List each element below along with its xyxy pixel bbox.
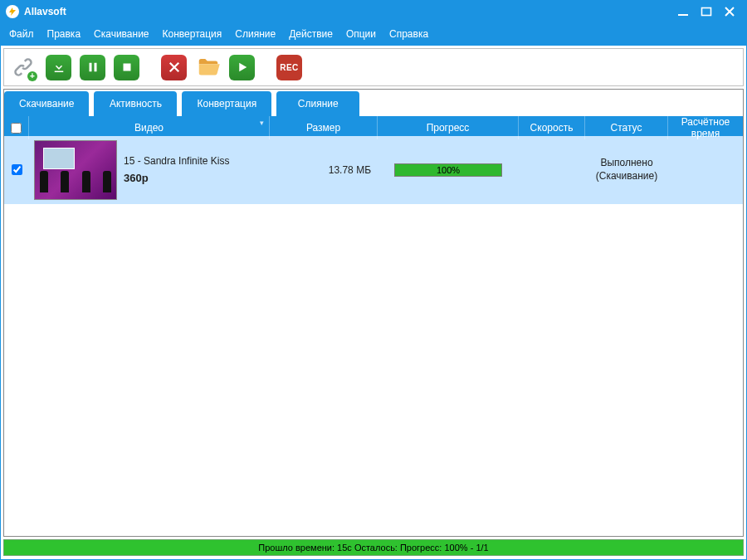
svg-rect-4: [123, 64, 130, 71]
menu-options[interactable]: Опции: [346, 28, 376, 40]
column-headers: Видео▾ Размер Прогресс Скорость Статус Р…: [4, 116, 743, 136]
menu-edit[interactable]: Правка: [47, 28, 81, 40]
maximize-button[interactable]: [695, 3, 718, 20]
menubar: Файл Правка Скачивание Конвертация Слиян…: [1, 22, 746, 46]
titlebar: Allavsoft: [1, 1, 746, 22]
menu-help[interactable]: Справка: [389, 28, 428, 40]
close-button[interactable]: [718, 3, 741, 20]
app-window: Allavsoft Файл Правка Скачивание Конверт…: [0, 0, 747, 560]
record-button[interactable]: REC: [276, 55, 302, 80]
app-title: Allavsoft: [24, 6, 66, 17]
row-status-cell: Выполнено (Скачивание): [585, 136, 668, 203]
content-area: Скачивание Активность Конвертация Слияни…: [3, 89, 744, 537]
progress-text: 100%: [395, 164, 501, 176]
tab-convert[interactable]: Конвертация: [182, 91, 271, 116]
menu-action[interactable]: Действие: [289, 28, 333, 40]
toolbar: + REC: [3, 48, 744, 86]
minimize-button[interactable]: [671, 3, 695, 20]
col-eta[interactable]: Расчётное время: [668, 116, 743, 139]
play-button[interactable]: [229, 55, 255, 80]
statusbar: Прошло времени: 15с Осталось: Прогресс: …: [3, 539, 744, 556]
plus-icon: +: [27, 71, 37, 81]
record-label: REC: [280, 63, 299, 72]
menu-download[interactable]: Скачивание: [94, 28, 149, 40]
tabs: Скачивание Активность Конвертация Слияни…: [4, 91, 743, 116]
table-row[interactable]: 15 - Sandra Infinite Kiss 360p 13.78 МБ …: [4, 136, 743, 204]
col-video[interactable]: Видео▾: [29, 116, 270, 139]
svg-rect-2: [89, 63, 91, 72]
sort-indicator-icon: ▾: [260, 119, 264, 127]
row-size-cell: 13.78 МБ: [270, 136, 378, 203]
row-progress-cell: 100%: [378, 136, 519, 203]
paste-url-button[interactable]: +: [9, 53, 37, 81]
app-logo-icon: [6, 5, 19, 18]
tab-merge[interactable]: Слияние: [276, 91, 359, 116]
row-eta-cell: [668, 136, 743, 203]
row-video-cell: 15 - Sandra Infinite Kiss 360p: [29, 136, 270, 203]
col-size[interactable]: Размер: [270, 116, 378, 139]
svg-rect-1: [702, 8, 711, 16]
tab-download[interactable]: Скачивание: [4, 91, 89, 116]
download-button[interactable]: [46, 55, 71, 80]
video-quality: 360p: [124, 172, 229, 184]
col-speed[interactable]: Скорость: [519, 116, 585, 139]
tab-activity[interactable]: Активность: [94, 91, 177, 116]
video-thumbnail: [34, 140, 117, 200]
rows-container: 15 - Sandra Infinite Kiss 360p 13.78 МБ …: [4, 136, 743, 536]
open-folder-button[interactable]: [195, 55, 221, 80]
row-speed-cell: [519, 136, 585, 203]
menu-file[interactable]: Файл: [9, 28, 34, 40]
svg-rect-0: [678, 14, 688, 16]
video-title: 15 - Sandra Infinite Kiss: [124, 155, 229, 167]
row-checkbox-cell[interactable]: [4, 136, 29, 203]
delete-button[interactable]: [161, 55, 187, 80]
col-checkbox[interactable]: [4, 116, 29, 139]
menu-convert[interactable]: Конвертация: [163, 28, 222, 40]
col-progress[interactable]: Прогресс: [378, 116, 519, 139]
menu-merge[interactable]: Слияние: [235, 28, 276, 40]
pause-button[interactable]: [80, 55, 105, 80]
col-status[interactable]: Статус: [585, 116, 668, 139]
svg-rect-3: [94, 63, 96, 72]
stop-button[interactable]: [114, 55, 139, 80]
progress-bar: 100%: [394, 163, 502, 177]
